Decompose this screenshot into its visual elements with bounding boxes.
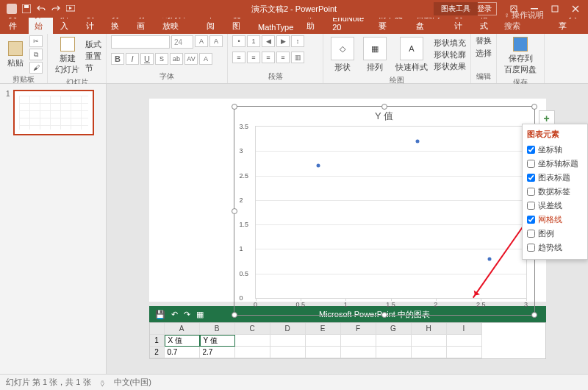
checkbox[interactable] (527, 244, 535, 252)
resize-handle-tl[interactable] (232, 104, 237, 110)
resize-handle-ml[interactable] (232, 208, 237, 214)
chart-element-option[interactable]: 趋势线 (527, 241, 583, 255)
chart-element-option[interactable]: 数据标签 (527, 185, 583, 199)
chart-element-option[interactable]: 网格线 (527, 213, 583, 227)
data-point[interactable] (416, 139, 420, 143)
column-header[interactable]: G (376, 323, 412, 335)
new-slide-button[interactable]: 新建 幻灯片 (52, 35, 82, 77)
thumbnail-1[interactable]: 1 (6, 90, 100, 135)
chart-tools-tab[interactable]: 图表工具 (434, 2, 478, 15)
spellcheck-icon[interactable]: ⎀ (100, 378, 105, 387)
reset-button[interactable]: 重置 (85, 51, 101, 62)
bullets-icon[interactable]: • (232, 35, 245, 47)
resize-handle-br[interactable] (531, 312, 537, 318)
section-button[interactable]: 节 (85, 63, 101, 74)
column-header[interactable]: F (341, 323, 376, 335)
spacing-icon[interactable]: AV (184, 53, 198, 65)
tab-mathtype[interactable]: MathType (252, 21, 299, 34)
slideshow-icon[interactable] (65, 3, 76, 15)
ds-undo-icon[interactable]: ↶ (171, 310, 178, 319)
data-cell[interactable] (376, 335, 412, 347)
italic-icon[interactable]: I (126, 53, 139, 65)
ds-chart-icon[interactable]: ▦ (196, 310, 204, 319)
data-cell[interactable] (306, 335, 341, 347)
data-cell[interactable]: Y 值 (200, 335, 235, 347)
data-cell[interactable] (306, 347, 341, 358)
redo-icon[interactable] (50, 3, 62, 15)
justify-icon[interactable]: ≡ (276, 52, 290, 63)
chart-object[interactable]: Y 值 00.511.522.533.500.511.522.53 + ✎ ▼ (234, 106, 535, 316)
resize-handle-tr[interactable] (531, 104, 537, 110)
column-header[interactable]: I (447, 323, 482, 335)
datasheet-grid[interactable]: ABCDEFGHI1X 值Y 值20.72.7 (149, 322, 546, 359)
format-painter-icon[interactable]: 🖌 (29, 62, 43, 74)
column-header[interactable]: D (270, 323, 306, 335)
numbering-icon[interactable]: 1 (247, 35, 260, 47)
data-cell[interactable]: 0.7 (165, 347, 200, 358)
increase-font-icon[interactable]: A (195, 35, 208, 47)
quick-styles-button[interactable]: A快速样式 (392, 35, 431, 74)
bold-icon[interactable]: B (111, 53, 124, 65)
tell-me-search[interactable]: ♀ 操作说明搜索 (500, 7, 551, 34)
slide[interactable]: Y 值 00.511.522.533.500.511.522.53 + ✎ ▼ (149, 99, 546, 302)
shape-outline-button[interactable]: 形状轮廓 (434, 49, 466, 60)
copy-icon[interactable]: ⧉ (29, 49, 43, 60)
data-cell[interactable] (412, 347, 447, 358)
chart-element-option[interactable]: 坐标轴标题 (527, 157, 583, 171)
chart-element-option[interactable]: 图例 (527, 227, 583, 241)
save-baidu-button[interactable]: 保存到 百度网盘 (501, 35, 539, 77)
paste-button[interactable]: 粘贴 (4, 40, 26, 70)
line-spacing-icon[interactable]: ↕ (291, 35, 304, 47)
chart-plot-area[interactable]: 00.511.522.533.500.511.522.53 (255, 126, 527, 299)
align-left-icon[interactable]: ≡ (232, 52, 245, 63)
decrease-font-icon[interactable]: A (209, 35, 223, 47)
row-header[interactable]: 1 (150, 335, 165, 347)
checkbox[interactable] (527, 188, 535, 196)
data-cell[interactable] (270, 335, 306, 347)
data-cell[interactable] (235, 335, 270, 347)
checkbox[interactable] (527, 160, 535, 168)
checkbox[interactable] (527, 146, 535, 154)
align-right-icon[interactable]: ≡ (262, 52, 275, 63)
ds-save-icon[interactable]: 💾 (155, 310, 165, 319)
column-header[interactable]: H (412, 323, 447, 335)
resize-handle-tm[interactable] (381, 104, 387, 110)
columns-icon[interactable]: ▥ (291, 52, 304, 63)
column-header[interactable]: B (200, 323, 235, 335)
data-cell[interactable] (270, 347, 306, 358)
data-cell[interactable] (376, 347, 412, 358)
align-center-icon[interactable]: ≡ (247, 52, 260, 63)
checkbox[interactable] (527, 216, 535, 224)
shapes-button[interactable]: ◇形状 (328, 35, 357, 74)
checkbox[interactable] (527, 174, 535, 182)
data-cell[interactable] (235, 347, 270, 358)
data-point[interactable] (317, 164, 320, 168)
shape-effects-button[interactable]: 形状效果 (434, 61, 466, 72)
strikethrough-icon[interactable]: S (155, 53, 168, 65)
resize-handle-bm[interactable] (381, 312, 387, 318)
chart-element-option[interactable]: 坐标轴 (527, 143, 583, 157)
indent-left-icon[interactable]: ◀ (262, 35, 275, 47)
resize-handle-bl[interactable] (232, 312, 237, 318)
checkbox[interactable] (527, 202, 535, 210)
undo-icon[interactable] (35, 3, 47, 15)
font-name-input[interactable] (111, 35, 170, 49)
shape-fill-button[interactable]: 形状填充 (434, 38, 466, 49)
indent-right-icon[interactable]: ▶ (276, 35, 290, 47)
column-header[interactable]: C (235, 323, 270, 335)
close-icon[interactable] (566, 2, 585, 15)
data-cell[interactable] (447, 347, 482, 358)
ds-redo-icon[interactable]: ↷ (184, 310, 190, 319)
save-icon[interactable] (21, 3, 32, 15)
checkbox[interactable] (527, 230, 535, 238)
font-size-input[interactable] (171, 35, 193, 49)
data-cell[interactable]: 2.7 (200, 347, 235, 358)
data-cell[interactable] (341, 335, 376, 347)
shadow-icon[interactable]: ab (170, 53, 183, 65)
chart-element-option[interactable]: 图表标题 (527, 171, 583, 185)
column-header[interactable]: A (165, 323, 200, 335)
cut-icon[interactable]: ✂ (29, 35, 43, 47)
data-cell[interactable] (341, 347, 376, 358)
underline-icon[interactable]: U (140, 53, 154, 65)
row-header[interactable]: 2 (150, 347, 165, 358)
